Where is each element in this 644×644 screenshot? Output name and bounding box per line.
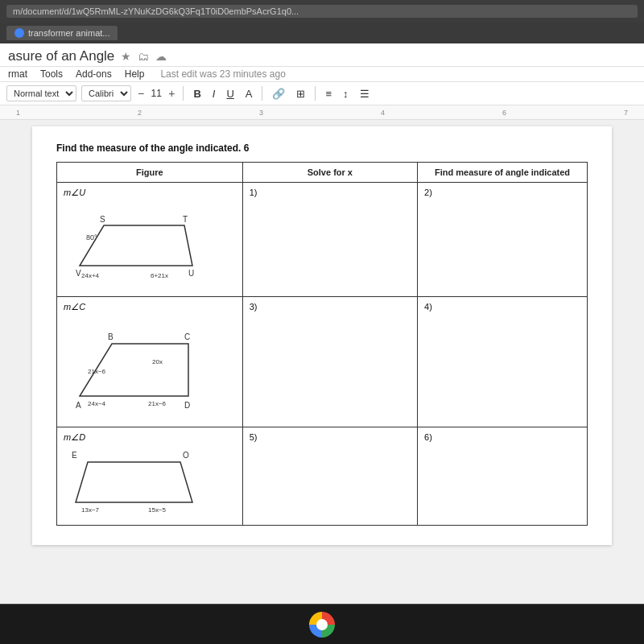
- screen: m/document/d/1wQ5RmML-zYNuKzDG6kQ3Fq1T0i…: [0, 0, 644, 644]
- ruler-mark-1: 1: [16, 109, 20, 117]
- svg-marker-0: [80, 225, 192, 266]
- header-solve: Solve for x: [242, 163, 417, 183]
- menu-addons[interactable]: Add-ons: [76, 68, 112, 80]
- figure-cell-3: m∠D E O 13x−7 15x−5: [57, 427, 243, 526]
- header-figure: Figure: [57, 163, 243, 183]
- instruction-text: Find the measure of the angle indicated.…: [56, 142, 588, 154]
- folder-icon[interactable]: 🗂: [138, 50, 149, 63]
- browser-bar: m/document/d/1wQ5RmML-zYNuKzDG6kQ3Fq1T0i…: [0, 0, 644, 23]
- trapezoid-svg-2: B C A D 21x−6 20x 24x−4 21x−6: [64, 316, 200, 420]
- link-icon[interactable]: 🔗: [269, 86, 288, 101]
- figure-label-2: m∠C: [64, 302, 236, 312]
- font-size-minus[interactable]: −: [136, 87, 146, 100]
- svg-text:15x−5: 15x−5: [148, 506, 167, 514]
- menu-help[interactable]: Help: [125, 68, 145, 80]
- align-icon[interactable]: ≡: [322, 86, 335, 101]
- star-icon[interactable]: ★: [121, 50, 131, 63]
- figure-drawing-3: E O 13x−7 15x−5: [64, 446, 236, 520]
- find-cell-1: 2): [418, 183, 588, 297]
- font-select[interactable]: Calibri: [81, 85, 131, 101]
- find-cell-2: 4): [418, 297, 588, 427]
- figure-label-3: m∠D: [64, 432, 236, 443]
- taskbar: [0, 604, 644, 644]
- ruler-inner: 1 2 3 4 6 7: [16, 109, 628, 117]
- solve-number-1: 1): [250, 188, 411, 197]
- underline-button[interactable]: U: [223, 86, 237, 101]
- toolbar-divider-3: [315, 86, 316, 101]
- trapezoid-svg-1: S T V U 80° 24x+4 6+21x: [64, 201, 200, 290]
- menu-format[interactable]: rmat: [8, 68, 27, 80]
- solve-cell-2: 3): [242, 297, 417, 427]
- ruler-mark-2: 2: [138, 109, 142, 117]
- ruler-mark-6: 6: [502, 109, 506, 117]
- style-select[interactable]: Normal text: [6, 85, 76, 101]
- table-row: m∠U S T V U: [57, 183, 588, 297]
- doc-content[interactable]: Find the measure of the angle indicated.…: [0, 120, 644, 604]
- ruler-mark-4: 4: [381, 109, 385, 117]
- menu-tools[interactable]: Tools: [40, 68, 63, 80]
- color-button[interactable]: A: [242, 86, 256, 101]
- find-number-3: 6): [424, 432, 580, 442]
- cloud-icon[interactable]: ☁: [155, 50, 167, 63]
- solve-number-2: 3): [250, 302, 411, 312]
- svg-text:V: V: [76, 269, 81, 278]
- tab-favicon: [14, 28, 24, 38]
- svg-text:C: C: [184, 332, 190, 341]
- ruler-mark-7: 7: [624, 109, 628, 117]
- italic-button[interactable]: I: [209, 86, 219, 101]
- ruler: 1 2 3 4 6 7: [0, 105, 644, 120]
- figure-cell-1: m∠U S T V U: [57, 183, 243, 297]
- line-spacing-icon[interactable]: ↕: [340, 86, 352, 101]
- list-icon[interactable]: ☰: [357, 86, 373, 101]
- image-icon[interactable]: ⊞: [293, 86, 308, 101]
- tab-label: transformer animat...: [28, 28, 109, 38]
- svg-text:O: O: [183, 451, 189, 460]
- solve-cell-3: 5): [242, 427, 417, 526]
- figure-label-1: m∠U: [64, 188, 236, 198]
- tab-bar: transformer animat...: [0, 23, 644, 43]
- svg-text:21x−6: 21x−6: [88, 368, 106, 375]
- svg-text:T: T: [183, 215, 188, 224]
- url-bar[interactable]: m/document/d/1wQ5RmML-zYNuKzDG6kQ3Fq1T0i…: [6, 5, 638, 18]
- table-header-row: Figure Solve for x Find measure of angle…: [57, 163, 588, 183]
- figure-drawing-1: S T V U 80° 24x+4 6+21x: [64, 201, 236, 291]
- toolbar-divider-2: [262, 86, 262, 101]
- browser-tab[interactable]: transformer animat...: [6, 26, 118, 40]
- header-find: Find measure of angle indicated: [418, 163, 588, 183]
- find-number-2: 4): [424, 302, 580, 312]
- trapezoid-svg-3: E O 13x−7 15x−5: [64, 446, 200, 518]
- font-size-value: 11: [147, 88, 165, 99]
- svg-text:21x−6: 21x−6: [148, 400, 167, 407]
- svg-text:E: E: [72, 451, 77, 460]
- worksheet-table: Figure Solve for x Find measure of angle…: [56, 162, 588, 526]
- solve-cell-1: 1): [242, 183, 417, 297]
- toolbar: Normal text Calibri − 11 + B I U A 🔗 ⊞ ≡…: [0, 82, 644, 105]
- svg-text:80°: 80°: [86, 233, 97, 242]
- svg-text:U: U: [188, 269, 194, 278]
- svg-text:6+21x: 6+21x: [151, 272, 168, 279]
- solve-number-3: 5): [250, 432, 411, 442]
- svg-text:S: S: [100, 215, 105, 224]
- doc-page: Find the measure of the angle indicated.…: [32, 126, 612, 545]
- svg-text:20x: 20x: [152, 358, 163, 365]
- svg-marker-17: [76, 462, 192, 502]
- figure-cell-2: m∠C B C A D 21x−6: [57, 297, 243, 427]
- last-edit-text: Last edit was 23 minutes ago: [160, 68, 285, 80]
- svg-text:24x−4: 24x−4: [88, 400, 106, 407]
- doc-title: asure of an Angle: [8, 48, 114, 64]
- find-number-1: 2): [424, 188, 580, 197]
- bold-button[interactable]: B: [190, 86, 204, 101]
- toolbar-divider-1: [183, 86, 184, 101]
- ruler-mark-3: 3: [259, 109, 263, 117]
- svg-text:13x−7: 13x−7: [81, 506, 100, 514]
- font-size-plus[interactable]: +: [167, 87, 176, 100]
- svg-text:A: A: [76, 401, 81, 410]
- table-row: m∠D E O 13x−7 15x−5: [57, 427, 588, 526]
- figure-drawing-2: B C A D 21x−6 20x 24x−4 21x−6: [64, 316, 236, 422]
- table-row: m∠C B C A D 21x−6: [57, 297, 588, 427]
- font-size-area: − 11 +: [136, 87, 176, 100]
- chrome-icon[interactable]: [309, 612, 335, 638]
- svg-text:B: B: [108, 332, 114, 341]
- svg-text:24x+4: 24x+4: [81, 272, 100, 279]
- menu-bar: rmat Tools Add-ons Help Last edit was 23…: [0, 67, 644, 82]
